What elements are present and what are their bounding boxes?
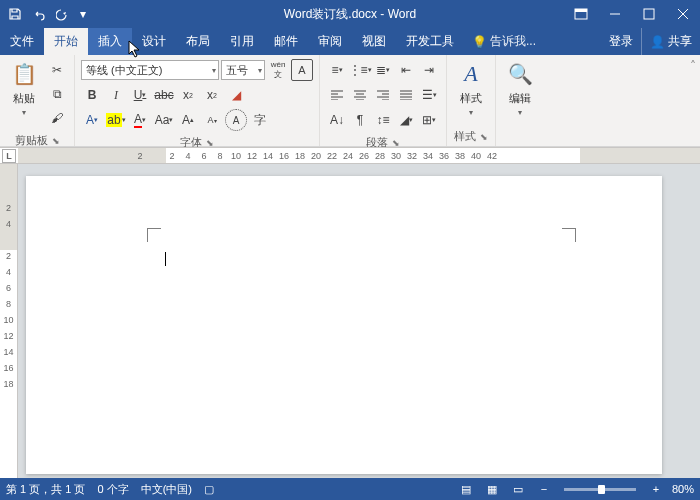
ribbon: 📋 粘贴 ▾ ✂ ⧉ 🖌 剪贴板⬊ 等线 (中文正文)▾ 五号▾ wén文 A — [0, 55, 700, 147]
group-styles: A 样式 ▾ 样式⬊ — [447, 55, 496, 146]
horizontal-ruler[interactable]: L 22468101214161820222426283032343638404… — [0, 147, 700, 164]
document-viewport[interactable] — [18, 164, 700, 486]
web-layout-button[interactable]: ▭ — [508, 480, 528, 498]
bullets-button[interactable]: ≡▾ — [326, 59, 348, 81]
paste-icon: 📋 — [9, 59, 39, 89]
save-button[interactable] — [4, 3, 26, 25]
tab-layout[interactable]: 布局 — [176, 28, 220, 55]
read-mode-button[interactable]: ▤ — [456, 480, 476, 498]
find-icon: 🔍 — [505, 59, 535, 89]
ribbon-options-button[interactable] — [564, 0, 598, 28]
italic-button[interactable]: I — [105, 84, 127, 106]
shrink-font-button[interactable]: A▾ — [201, 109, 223, 131]
change-case-button[interactable]: Aa▾ — [153, 109, 175, 131]
svg-rect-1 — [575, 9, 587, 12]
styles-icon: A — [456, 59, 486, 89]
copy-button[interactable]: ⧉ — [46, 83, 68, 105]
styles-launcher[interactable]: ⬊ — [480, 132, 488, 142]
status-bar: 第 1 页，共 1 页 0 个字 中文(中国) ▢ ▤ ▦ ▭ − + 80% — [0, 478, 700, 500]
underline-button[interactable]: U▾ — [129, 84, 151, 106]
macro-record-button[interactable]: ▢ — [204, 483, 214, 496]
tab-home[interactable]: 开始 — [44, 28, 88, 55]
paragraph-launcher[interactable]: ⬊ — [392, 138, 400, 148]
decrease-indent-button[interactable]: ⇤ — [395, 59, 417, 81]
tab-file[interactable]: 文件 — [0, 28, 44, 55]
font-launcher[interactable]: ⬊ — [206, 138, 214, 148]
subscript-button[interactable]: x2 — [177, 84, 199, 106]
share-icon: 👤 — [650, 35, 665, 49]
paste-button[interactable]: 📋 粘贴 ▾ — [4, 57, 44, 119]
show-marks-button[interactable]: ¶ — [349, 109, 371, 131]
login-button[interactable]: 登录 — [601, 28, 641, 55]
page[interactable] — [26, 176, 662, 474]
multilevel-list-button[interactable]: ≣▾ — [372, 59, 394, 81]
redo-button[interactable] — [52, 3, 74, 25]
close-button[interactable] — [666, 0, 700, 28]
tab-mailings[interactable]: 邮件 — [264, 28, 308, 55]
distribute-button[interactable]: ☰▾ — [418, 84, 440, 106]
group-font: 等线 (中文正文)▾ 五号▾ wén文 A B I U▾ abc x2 x2 ◢… — [75, 55, 320, 146]
clear-formatting-button[interactable]: ◢ — [225, 84, 247, 106]
styles-button[interactable]: A 样式 ▾ — [451, 57, 491, 119]
superscript-button[interactable]: x2 — [201, 84, 223, 106]
tab-references[interactable]: 引用 — [220, 28, 264, 55]
language-status[interactable]: 中文(中国) — [141, 482, 192, 497]
svg-rect-2 — [644, 9, 654, 19]
sort-button[interactable]: A↓ — [326, 109, 348, 131]
minimize-button[interactable] — [598, 0, 632, 28]
character-shading-button[interactable]: 字 — [249, 109, 271, 131]
numbering-button[interactable]: ⋮≡▾ — [349, 59, 371, 81]
zoom-level[interactable]: 80% — [672, 483, 694, 495]
tell-me-search[interactable]: 💡告诉我... — [472, 28, 536, 55]
align-left-button[interactable] — [326, 84, 348, 106]
tab-view[interactable]: 视图 — [352, 28, 396, 55]
quick-access-toolbar: ▾ — [0, 3, 90, 25]
highlight-button[interactable]: ab▾ — [105, 109, 127, 131]
cut-button[interactable]: ✂ — [46, 59, 68, 81]
text-effects-button[interactable]: A▾ — [81, 109, 103, 131]
ribbon-tabs: 文件 开始 插入 设计 布局 引用 邮件 审阅 视图 开发工具 💡告诉我... … — [0, 28, 700, 55]
tab-selector[interactable]: L — [2, 149, 16, 163]
editing-button[interactable]: 🔍 编辑 ▾ — [500, 57, 540, 119]
grow-font-button[interactable]: A▴ — [177, 109, 199, 131]
vertical-ruler[interactable]: 2424681012141618 — [0, 164, 18, 486]
justify-button[interactable] — [395, 84, 417, 106]
character-border-button[interactable]: A — [291, 59, 313, 81]
zoom-slider[interactable] — [564, 488, 636, 491]
bold-button[interactable]: B — [81, 84, 103, 106]
font-color-button[interactable]: A▾ — [129, 109, 151, 131]
document-area: 2424681012141618 — [0, 164, 700, 486]
undo-button[interactable] — [28, 3, 50, 25]
collapse-ribbon-button[interactable]: ˄ — [686, 55, 700, 146]
chevron-down-icon: ▾ — [469, 108, 473, 117]
print-layout-button[interactable]: ▦ — [482, 480, 502, 498]
page-count[interactable]: 第 1 页，共 1 页 — [6, 482, 85, 497]
lightbulb-icon: 💡 — [472, 35, 487, 49]
format-painter-button[interactable]: 🖌 — [46, 107, 68, 129]
tab-developer[interactable]: 开发工具 — [396, 28, 464, 55]
tab-review[interactable]: 审阅 — [308, 28, 352, 55]
maximize-button[interactable] — [632, 0, 666, 28]
group-paragraph: ≡▾ ⋮≡▾ ≣▾ ⇤ ⇥ ☰▾ A↓ ¶ ↕≡ ◢▾ — [320, 55, 447, 146]
clipboard-launcher[interactable]: ⬊ — [52, 136, 60, 146]
enclose-characters-button[interactable]: A — [225, 109, 247, 131]
tab-design[interactable]: 设计 — [132, 28, 176, 55]
zoom-out-button[interactable]: − — [534, 480, 554, 498]
font-size-combo[interactable]: 五号▾ — [221, 60, 265, 80]
strikethrough-button[interactable]: abc — [153, 84, 175, 106]
font-family-combo[interactable]: 等线 (中文正文)▾ — [81, 60, 219, 80]
zoom-in-button[interactable]: + — [646, 480, 666, 498]
margin-marker-tr — [562, 228, 576, 242]
borders-button[interactable]: ⊞▾ — [418, 109, 440, 131]
window-controls — [564, 0, 700, 28]
increase-indent-button[interactable]: ⇥ — [418, 59, 440, 81]
tab-insert[interactable]: 插入 — [88, 28, 132, 55]
align-right-button[interactable] — [372, 84, 394, 106]
align-center-button[interactable] — [349, 84, 371, 106]
qat-customize-button[interactable]: ▾ — [76, 3, 90, 25]
share-button[interactable]: 👤共享 — [641, 28, 700, 55]
shading-button[interactable]: ◢▾ — [395, 109, 417, 131]
phonetic-guide-button[interactable]: wén文 — [267, 59, 289, 81]
line-spacing-button[interactable]: ↕≡ — [372, 109, 394, 131]
word-count[interactable]: 0 个字 — [97, 482, 128, 497]
